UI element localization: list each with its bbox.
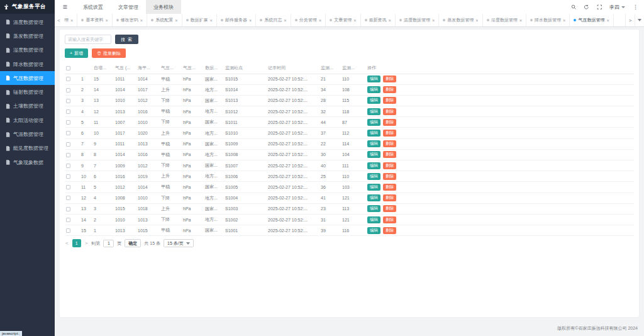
tab[interactable]: 最新资讯× (361, 14, 396, 26)
edit-button[interactable]: 编辑 (367, 227, 380, 234)
goto-confirm-button[interactable]: 确定 (125, 239, 141, 247)
delete-button[interactable]: 删除 (383, 205, 396, 212)
sidebar-item[interactable]: 气温数据管理 (0, 127, 55, 141)
edit-button[interactable]: 编辑 (367, 184, 380, 191)
close-icon[interactable]: × (563, 18, 565, 23)
more-icon[interactable]: ⋮ (633, 4, 638, 10)
tab[interactable]: 邮件服务器× (217, 14, 256, 26)
close-icon[interactable]: × (284, 18, 286, 23)
edit-button[interactable]: 编辑 (367, 130, 380, 137)
tab[interactable]: 数据扩展× (182, 14, 217, 26)
delete-button[interactable]: 删除 (383, 86, 396, 93)
delete-button[interactable]: 删除 (383, 119, 396, 126)
next-page-button[interactable]: > (84, 240, 89, 246)
delete-button[interactable]: 删除 (383, 151, 396, 158)
collapse-sidebar-icon[interactable] (55, 0, 75, 14)
edit-button[interactable]: 编辑 (367, 194, 380, 201)
tab[interactable]: 理× (63, 14, 77, 26)
tab[interactable]: 温度数据管理× (396, 14, 439, 26)
prev-page-button[interactable]: < (65, 240, 69, 246)
edit-button[interactable]: 编辑 (367, 162, 380, 169)
topnav-item[interactable]: 系统设置 (75, 0, 111, 14)
row-checkbox[interactable] (66, 142, 70, 147)
batch-delete-button[interactable]: 批量删除 (92, 48, 126, 58)
delete-button[interactable]: 删除 (383, 194, 396, 201)
search-input[interactable] (65, 35, 111, 44)
user-menu[interactable]: 李四 (609, 4, 625, 11)
close-icon[interactable]: × (475, 18, 478, 23)
edit-button[interactable]: 编辑 (367, 216, 380, 223)
edit-button[interactable]: 编辑 (367, 76, 380, 82)
delete-button[interactable]: 删除 (383, 162, 396, 169)
sidebar-item[interactable]: 土壤数据管理 (0, 99, 55, 113)
edit-button[interactable]: 编辑 (367, 108, 380, 115)
row-checkbox[interactable] (66, 88, 70, 92)
delete-button[interactable]: 删除 (383, 173, 396, 180)
tab[interactable]: 湿度数据管理× (483, 14, 526, 26)
tab[interactable]: 基本资料× (77, 14, 112, 26)
close-icon[interactable]: × (606, 18, 609, 23)
close-icon[interactable]: × (105, 18, 108, 23)
sidebar-item[interactable]: 湿度数据管理 (0, 43, 55, 57)
edit-button[interactable]: 编辑 (367, 119, 380, 126)
sidebar-item[interactable]: 辐射数据管理 (0, 85, 55, 99)
edit-button[interactable]: 编辑 (367, 173, 380, 180)
delete-button[interactable]: 删除 (383, 97, 396, 104)
sidebar-item[interactable]: 气象现象数据 (0, 155, 55, 169)
page-size-select[interactable]: 15 条/页 (164, 239, 194, 247)
close-icon[interactable]: × (175, 18, 177, 23)
row-checkbox[interactable] (66, 164, 70, 168)
tab[interactable]: 文章管理× (326, 14, 360, 26)
edit-button[interactable]: 编辑 (367, 140, 380, 147)
sidebar-item[interactable]: 降水数据管理 (0, 57, 55, 71)
delete-button[interactable]: 删除 (383, 140, 396, 147)
select-all-checkbox[interactable] (66, 66, 70, 70)
tab[interactable]: 分类管理× (291, 14, 326, 26)
row-checkbox[interactable] (66, 77, 70, 81)
tab[interactable]: 降水数据管理× (526, 14, 570, 26)
row-checkbox[interactable] (66, 120, 70, 125)
tab[interactable]: 修改密码× (113, 14, 147, 26)
delete-button[interactable]: 删除 (383, 130, 396, 137)
tab[interactable]: 蒸发数据管理× (439, 14, 482, 26)
row-checkbox[interactable] (66, 218, 70, 222)
row-checkbox[interactable] (66, 228, 70, 233)
add-button[interactable]: + 新增 (65, 48, 88, 58)
edit-button[interactable]: 编辑 (367, 205, 380, 212)
topnav-item[interactable]: 业务模块 (146, 0, 181, 14)
close-icon[interactable]: × (432, 18, 435, 23)
row-checkbox[interactable] (66, 131, 70, 135)
sidebar-item[interactable]: 温度数据管理 (0, 15, 55, 29)
search-button[interactable]: 搜 索 (115, 35, 138, 44)
sidebar-item[interactable]: 能见度数据管理 (0, 142, 55, 155)
row-checkbox[interactable] (66, 153, 70, 157)
sidebar-item[interactable]: 太阳活动管理 (0, 113, 55, 127)
tab[interactable]: 气压数据管理× (570, 14, 613, 26)
edit-button[interactable]: 编辑 (367, 86, 380, 93)
delete-button[interactable]: 删除 (383, 76, 396, 82)
close-icon[interactable]: × (70, 18, 73, 23)
sidebar-item[interactable]: 气压数据管理 (0, 71, 55, 85)
close-icon[interactable]: × (319, 18, 321, 23)
delete-button[interactable]: 删除 (383, 216, 396, 223)
close-icon[interactable]: × (140, 18, 143, 23)
close-icon[interactable]: × (353, 18, 356, 23)
close-icon[interactable]: × (389, 18, 391, 23)
delete-button[interactable]: 删除 (383, 184, 396, 191)
tabs-scroll-left-icon[interactable]: < (55, 14, 63, 26)
refresh-icon[interactable] (584, 4, 589, 10)
delete-button[interactable]: 删除 (383, 108, 396, 115)
tabs-scroll-right-icon[interactable]: > (625, 14, 635, 26)
row-checkbox[interactable] (66, 99, 70, 103)
sidebar-item[interactable]: 蒸发数据管理 (0, 29, 55, 43)
row-checkbox[interactable] (66, 174, 70, 179)
tab[interactable]: 系统配置× (147, 14, 182, 26)
edit-button[interactable]: 编辑 (367, 151, 380, 158)
row-checkbox[interactable] (66, 109, 70, 114)
close-icon[interactable]: × (210, 18, 213, 23)
fullscreen-icon[interactable] (597, 4, 602, 10)
close-icon[interactable]: × (249, 18, 252, 23)
row-checkbox[interactable] (66, 207, 70, 211)
page-number-button[interactable]: 1 (72, 239, 81, 247)
close-icon[interactable]: × (519, 18, 522, 23)
